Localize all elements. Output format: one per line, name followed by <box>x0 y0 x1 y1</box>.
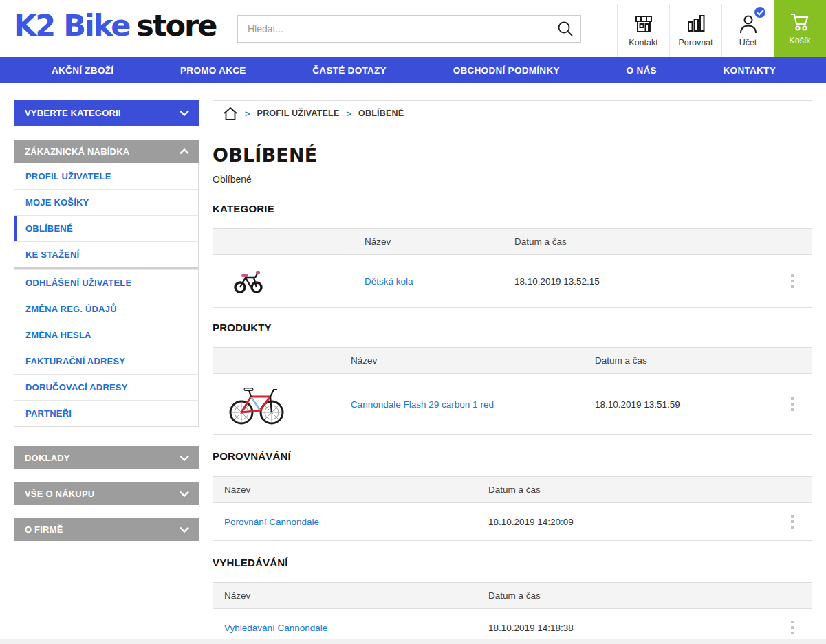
kids-bike-photo <box>232 269 365 293</box>
comparison-datetime: 18.10.2019 14:20:09 <box>488 517 773 527</box>
chevron-down-icon <box>180 455 189 461</box>
sidebar-group-vse-o-nakupu[interactable]: VŠE O NÁKUPU <box>14 482 199 505</box>
category-thumbnail <box>213 269 365 293</box>
table-header-row: Název Datum a čas <box>213 477 812 503</box>
nav-item-akcni-zbozi[interactable]: AKČNÍ ZBOŽÍ <box>52 65 113 76</box>
nav-item-obchodni-podminky[interactable]: OBCHODNÍ PODMÍNKY <box>453 65 560 76</box>
sidebar-group-doklady[interactable]: DOKLADY <box>14 446 199 469</box>
category-select[interactable]: VYBERTE KATEGORII <box>14 100 199 126</box>
table-row: Dětská kola 18.10.2019 13:52:15 <box>213 255 812 307</box>
page: K2 Bikestore <box>0 0 826 644</box>
bar-chart-icon <box>686 14 706 34</box>
row-menu-kebab-icon[interactable] <box>773 617 812 639</box>
comparison-link[interactable]: Porovnání Cannondale <box>224 517 319 527</box>
store-logo[interactable]: K2 Bikestore <box>14 8 216 43</box>
product-datetime: 18.10.2019 13:51:59 <box>595 399 773 410</box>
sidebar-group-label: O FIRMĚ <box>25 524 63 535</box>
produkty-table: Název Datum a čas <box>213 347 812 435</box>
sidebar-item-label: ZMĚNA HESLA <box>25 330 91 340</box>
vyhledavani-table: Název Datum a čas Vyhledávání Cannondale… <box>213 582 812 644</box>
header-action-kosik[interactable]: Košík <box>774 0 826 57</box>
search-input[interactable] <box>238 23 550 34</box>
row-menu-kebab-icon[interactable] <box>773 393 812 415</box>
sidebar-item-dorucovaci-adresy[interactable]: DORUČOVACÍ ADRESY <box>14 374 198 400</box>
section-heading-vyhledavani: VYHLEDÁVÁNÍ <box>213 557 812 568</box>
sidebar-group-label: DOKLADY <box>25 453 70 463</box>
column-header-nazev: Název <box>351 355 595 366</box>
header-action-kontakt[interactable]: Kontakt <box>617 4 669 57</box>
check-icon <box>757 10 764 16</box>
header-action-label: Kontakt <box>629 38 657 47</box>
breadcrumb: > PROFIL UŽIVATELE > OBLÍBENÉ <box>213 100 812 126</box>
row-menu-kebab-icon[interactable] <box>773 511 812 533</box>
sidebar-item-label: PROFIL UŽIVATELE <box>25 171 111 181</box>
table-header-row: Název Datum a čas <box>213 583 812 609</box>
breadcrumb-profil-uzivatele[interactable]: PROFIL UŽIVATELE <box>257 109 340 118</box>
sidebar-item-label: FAKTURAČNÍ ADRESY <box>25 356 125 366</box>
column-header-datum: Datum a čas <box>514 236 773 247</box>
header-action-label: Porovnat <box>678 38 713 47</box>
sidebar-item-oblibene[interactable]: OBLÍBENÉ <box>14 215 198 241</box>
search-icon <box>556 20 574 38</box>
logged-in-badge <box>753 5 767 19</box>
logo-text-primary: K2 Bike <box>14 8 129 43</box>
search-history-link[interactable]: Vyhledávání Cannondale <box>224 623 327 633</box>
nav-item-o-nas[interactable]: O NÁS <box>627 65 657 76</box>
category-link[interactable]: Dětská kola <box>365 276 413 287</box>
kategorie-table: Název Datum a čas <box>213 228 812 308</box>
main-navbar: AKČNÍ ZBOŽÍ PROMO AKCE ČASTÉ DOTAZY OBCH… <box>0 57 826 83</box>
row-menu-kebab-icon[interactable] <box>773 270 812 292</box>
mountain-bike-photo <box>227 381 351 427</box>
page-subtitle: Oblíbené <box>213 174 812 185</box>
nav-item-promo-akce[interactable]: PROMO AKCE <box>180 65 246 76</box>
logo-text-secondary: store <box>136 8 216 43</box>
sidebar-group-zakaznicka-nabidka[interactable]: ZÁKAZNICKÁ NABÍDKA <box>14 140 199 163</box>
sidebar-item-profil-uzivatele[interactable]: PROFIL UŽIVATELE <box>14 163 198 189</box>
sidebar-item-label: ZMĚNA REG. ÚDAJŮ <box>25 304 117 314</box>
sidebar-item-fakturacni-adresy[interactable]: FAKTURAČNÍ ADRESY <box>14 348 198 374</box>
section-heading-porovnavani: POROVNÁVÁNÍ <box>213 450 812 462</box>
category-datetime: 18.10.2019 13:52:15 <box>514 276 773 287</box>
home-icon[interactable] <box>223 107 238 121</box>
column-header-datum: Datum a čas <box>595 355 773 366</box>
breadcrumb-separator-icon: > <box>346 109 351 119</box>
sidebar-group-label: ZÁKAZNICKÁ NABÍDKA <box>25 146 129 157</box>
sidebar-item-moje-kosiky[interactable]: MOJE KOŠÍKY <box>14 189 198 215</box>
sidebar-group-o-firme[interactable]: O FIRMĚ <box>14 518 199 541</box>
breadcrumb-oblibene: OBLÍBENÉ <box>358 109 404 118</box>
section-heading-produkty: PRODUKTY <box>213 322 812 333</box>
product-link[interactable]: Cannondale Flash 29 carbon 1 red <box>351 399 494 410</box>
sidebar-item-zmena-reg-udaju[interactable]: ZMĚNA REG. ÚDAJŮ <box>14 296 198 322</box>
search-button[interactable] <box>550 16 580 42</box>
sidebar-item-label: KE STAŽENÍ <box>25 249 79 260</box>
header-action-porovnat[interactable]: Porovnat <box>669 4 721 57</box>
table-header-row: Název Datum a čas <box>213 348 812 374</box>
main-content: > PROFIL UŽIVATELE > OBLÍBENÉ OBLÍBENÉ O… <box>213 100 812 644</box>
sidebar-item-odhlaseni-uzivatele[interactable]: ODHLÁŠENÍ UŽIVATELE <box>14 269 198 296</box>
sidebar-menu: PROFIL UŽIVATELE MOJE KOŠÍKY OBLÍBENÉ KE… <box>14 163 199 427</box>
nav-item-caste-dotazy[interactable]: ČASTÉ DOTAZY <box>312 65 387 76</box>
header-action-ucet[interactable]: Účet <box>721 4 774 57</box>
sidebar-item-zmena-hesla[interactable]: ZMĚNA HESLA <box>14 322 198 348</box>
header-actions: Kontakt Porovnat <box>617 4 826 57</box>
sidebar-item-ke-stazeni[interactable]: KE STAŽENÍ <box>14 241 198 267</box>
chevron-up-icon <box>180 148 189 155</box>
column-header-nazev: Název <box>213 590 488 601</box>
sidebar-item-partneri[interactable]: PARTNEŘI <box>14 400 198 426</box>
sidebar-item-label: MOJE KOŠÍKY <box>25 197 89 208</box>
table-header-row: Název Datum a čas <box>213 229 812 255</box>
search-history-datetime: 18.10.2019 14:18:38 <box>488 623 773 633</box>
sidebar: VYBERTE KATEGORII ZÁKAZNICKÁ NABÍDKA PRO… <box>14 100 199 541</box>
cart-icon <box>790 12 810 32</box>
storefront-icon <box>633 14 654 34</box>
breadcrumb-separator-icon: > <box>245 109 250 119</box>
sidebar-group-label: VŠE O NÁKUPU <box>25 489 94 499</box>
sidebar-item-label: DORUČOVACÍ ADRESY <box>25 382 128 392</box>
search-box <box>237 15 581 43</box>
column-header-datum: Datum a čas <box>488 485 773 495</box>
porovnavani-table: Název Datum a čas Porovnání Cannondale 1… <box>213 476 812 541</box>
header: K2 Bikestore <box>0 0 826 57</box>
nav-item-kontakty[interactable]: KONTAKTY <box>724 65 776 76</box>
sidebar-item-label: OBLÍBENÉ <box>25 223 73 234</box>
footer-strip <box>0 639 826 644</box>
